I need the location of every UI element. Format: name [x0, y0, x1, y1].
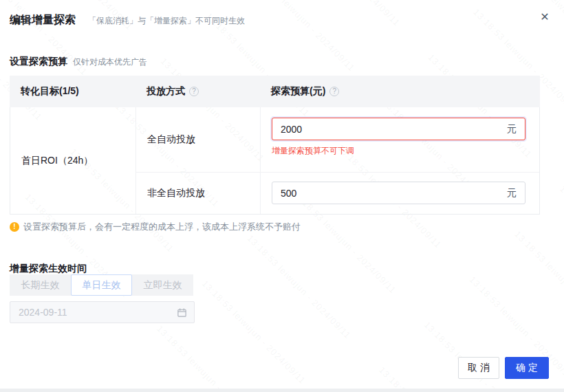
- effective-time-tabs: 长期生效 单日生效 立即生效: [10, 274, 193, 296]
- budget-table-header: 转化目标(1/5) 投放方式 ? 探索预算(元) ?: [10, 76, 540, 107]
- cancel-button[interactable]: 取 消: [458, 357, 499, 379]
- budget-section-hint: 仅针对成本优先广告: [73, 56, 147, 68]
- confirm-button[interactable]: 确 定: [505, 357, 549, 379]
- edit-dialog: 13:18:53 leiwujun - 2024/09/1113:18:53 l…: [0, 0, 564, 392]
- date-picker[interactable]: [10, 301, 195, 323]
- help-icon[interactable]: ?: [189, 87, 199, 96]
- cost-notice: ! 设置探索预算后，会有一定程度的成本上浮，该成本上浮系统不予赔付: [10, 221, 301, 233]
- schedule-section-heading: 增量探索生效时间: [10, 263, 87, 275]
- schedule-section-title: 增量探索生效时间: [10, 263, 87, 275]
- tab-long-term[interactable]: 长期生效: [10, 274, 71, 296]
- header-conversion-goal: 转化目标(1/5): [10, 85, 135, 98]
- header-exploration-budget: 探索预算(元) ?: [260, 85, 540, 98]
- dialog-subtitle: 「保底消耗」与「增量探索」不可同时生效: [88, 15, 245, 27]
- budget-input-nonauto[interactable]: [281, 188, 501, 199]
- delivery-mode-cell-nonauto: 非全自动投放: [136, 172, 261, 214]
- modal-bottom-edge: [0, 389, 564, 392]
- budget-input-wrapper: 元: [272, 118, 525, 140]
- budget-input-wrapper: 元: [272, 182, 525, 204]
- tab-immediate[interactable]: 立即生效: [132, 274, 193, 296]
- warning-icon: !: [10, 222, 19, 232]
- header-delivery-mode: 投放方式 ?: [135, 85, 260, 98]
- help-icon[interactable]: ?: [329, 87, 339, 96]
- delivery-mode-cell-auto: 全自动投放: [136, 107, 261, 172]
- close-icon[interactable]: ✕: [536, 8, 553, 25]
- budget-table-body: 首日ROI（24h） 全自动投放 元 增量探索预算不可下调 非全自动投放 元: [10, 107, 540, 215]
- budget-cell-nonauto: 元: [261, 172, 539, 214]
- budget-section-heading: 设置探索预算 仅针对成本优先广告: [10, 56, 147, 68]
- budget-error-message: 增量探索预算不可下调: [272, 145, 525, 157]
- budget-section-title: 设置探索预算: [10, 56, 67, 68]
- dialog-footer: 取 消 确 定: [458, 357, 549, 379]
- budget-input-auto[interactable]: [281, 124, 501, 135]
- calendar-icon: [177, 307, 187, 318]
- cost-notice-text: 设置探索预算后，会有一定程度的成本上浮，该成本上浮系统不予赔付: [23, 221, 301, 233]
- unit-label: 元: [507, 123, 517, 135]
- date-input[interactable]: [19, 307, 177, 318]
- budget-table: 转化目标(1/5) 投放方式 ? 探索预算(元) ? 首日ROI（24h） 全自…: [10, 76, 540, 215]
- tab-single-day[interactable]: 单日生效: [71, 274, 132, 296]
- unit-label: 元: [507, 187, 517, 199]
- budget-cell-auto: 元 增量探索预算不可下调: [261, 107, 539, 172]
- dialog-title: 编辑增量探索: [10, 13, 76, 28]
- conversion-goal-cell: 首日ROI（24h）: [10, 107, 136, 214]
- dialog-header: 编辑增量探索 「保底消耗」与「增量探索」不可同时生效: [10, 13, 245, 28]
